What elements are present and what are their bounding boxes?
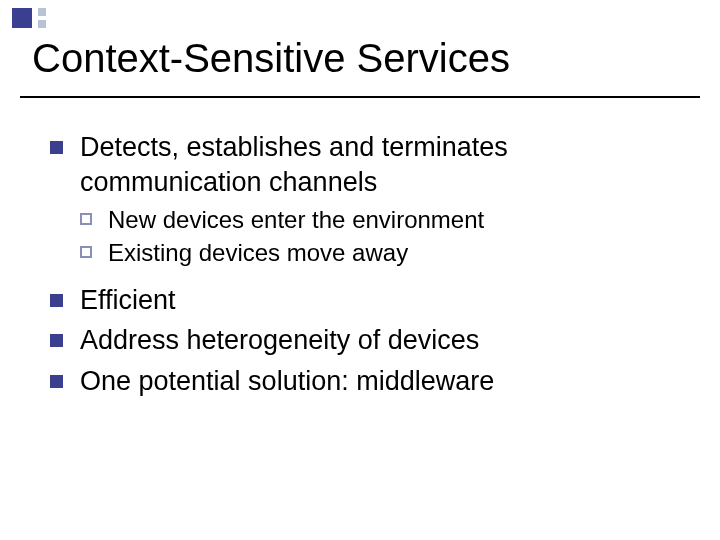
bullet-text: Address heterogeneity of devices	[80, 325, 479, 355]
deco-square-small	[38, 8, 46, 16]
slide-title: Context-Sensitive Services	[32, 36, 688, 81]
corner-decoration	[12, 8, 46, 28]
slide: Context-Sensitive Services Detects, esta…	[0, 0, 720, 540]
bullet-text: New devices enter the environment	[108, 206, 484, 233]
bullet-level2: Existing devices move away	[80, 238, 680, 269]
deco-square-small	[38, 20, 46, 28]
bullet-subgroup: New devices enter the environment Existi…	[80, 205, 680, 268]
bullet-level1: Detects, establishes and terminates comm…	[50, 130, 680, 199]
bullet-level1: Address heterogeneity of devices	[50, 323, 680, 358]
deco-square-column	[38, 8, 46, 28]
bullet-text: Existing devices move away	[108, 239, 408, 266]
bullet-text: Detects, establishes and terminates comm…	[80, 132, 508, 197]
slide-body: Detects, establishes and terminates comm…	[50, 130, 680, 404]
title-underline	[20, 96, 700, 98]
bullet-text: One potential solution: middleware	[80, 366, 494, 396]
deco-square-large	[12, 8, 32, 28]
bullet-level2: New devices enter the environment	[80, 205, 680, 236]
bullet-text: Efficient	[80, 285, 176, 315]
bullet-level1: One potential solution: middleware	[50, 364, 680, 399]
bullet-level1: Efficient	[50, 283, 680, 318]
